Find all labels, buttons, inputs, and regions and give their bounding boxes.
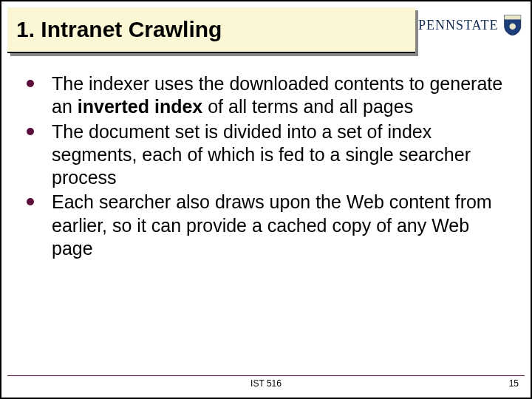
bullet-text: The document set is divided into a set o… bbox=[52, 120, 510, 190]
bullet-text: The indexer uses the downloaded contents… bbox=[52, 72, 510, 119]
slide: 1. Intranet Crawling PENNSTATE The index… bbox=[0, 0, 532, 399]
bullet-icon bbox=[27, 128, 34, 135]
body-content: The indexer uses the downloaded contents… bbox=[22, 72, 510, 262]
list-item: Each searcher also draws upon the Web co… bbox=[22, 191, 510, 260]
footer-course: IST 516 bbox=[1, 378, 531, 389]
page-number: 15 bbox=[509, 378, 519, 389]
pennstate-logo: PENNSTATE bbox=[418, 6, 522, 44]
list-item: The document set is divided into a set o… bbox=[22, 120, 510, 190]
bullet-list: The indexer uses the downloaded contents… bbox=[22, 72, 510, 260]
svg-rect-0 bbox=[504, 15, 520, 19]
slide-title: 1. Intranet Crawling bbox=[16, 17, 222, 42]
svg-point-1 bbox=[509, 23, 515, 29]
title-box: 1. Intranet Crawling bbox=[7, 7, 415, 53]
footer: IST 516 15 bbox=[1, 375, 531, 393]
bullet-text: Each searcher also draws upon the Web co… bbox=[52, 191, 510, 260]
logo-text: PENNSTATE bbox=[418, 18, 499, 33]
bullet-icon bbox=[27, 198, 34, 205]
bullet-icon bbox=[27, 80, 34, 87]
list-item: The indexer uses the downloaded contents… bbox=[22, 72, 510, 119]
shield-icon bbox=[503, 12, 522, 38]
footer-divider bbox=[7, 375, 525, 376]
